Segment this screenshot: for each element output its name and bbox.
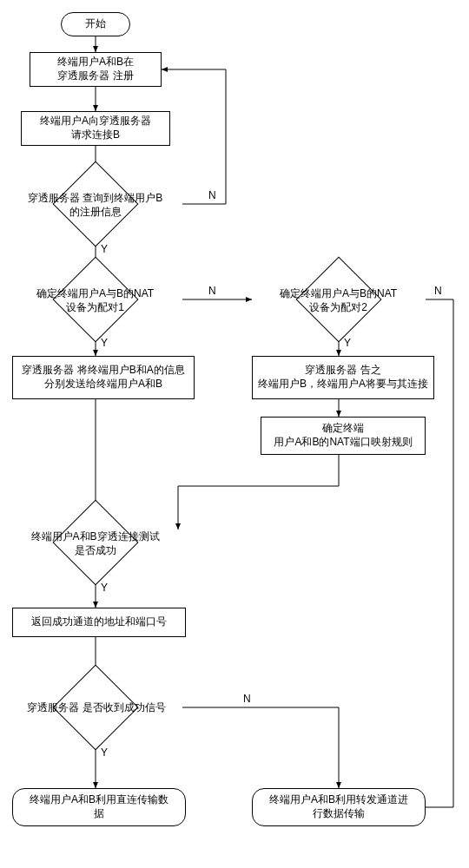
register-box: 终端用户A和B在 穿透服务器 注册 (30, 52, 162, 87)
direct-transfer-end: 终端用户A和B利用直连传输数 据 (12, 788, 186, 826)
recv-signal-text: 穿透服务器 是否收到成功信号 (27, 701, 165, 713)
return-addr-box: 返回成功通道的地址和端口号 (12, 608, 186, 637)
start-label: 开始 (85, 17, 106, 31)
notify-b-box: 穿透服务器 告之 终端用户B，终端用户A将要与其连接 (252, 356, 434, 399)
flowchart-canvas: 开始 终端用户A和B在 穿透服务器 注册 终端用户A向穿透服务器 请求连接B 穿… (0, 0, 469, 868)
recv-signal-decision: 穿透服务器 是否收到成功信号 (53, 665, 139, 751)
query-b-no: N (208, 189, 216, 201)
pair2-decision: 确定终端用户A与B的NAT 设备为配对2 (296, 257, 382, 343)
query-b-yes: Y (101, 243, 108, 255)
map-rule-text: 确定终端 用户A和B的NAT端口映射规则 (274, 422, 412, 449)
send-info-text: 穿透服务器 将终端用户B和A的信息 分别发送给终端用户A和B (22, 364, 184, 391)
pair1-no: N (208, 285, 216, 297)
test-success-text: 终端用户A和B穿透连接测试 是否成功 (31, 530, 160, 556)
request-connect-box: 终端用户A向穿透服务器 请求连接B (21, 111, 170, 146)
recv-signal-yes: Y (101, 746, 108, 759)
map-rule-box: 确定终端 用户A和B的NAT端口映射规则 (261, 417, 426, 455)
pair1-decision: 确定终端用户A与B的NAT 设备为配对1 (53, 257, 139, 343)
relay-transfer-end: 终端用户A和B利用转发通道进 行数据传输 (252, 788, 426, 826)
relay-transfer-text: 终端用户A和B利用转发通道进 行数据传输 (269, 793, 408, 820)
register-text: 终端用户A和B在 穿透服务器 注册 (57, 56, 134, 82)
request-connect-text: 终端用户A向穿透服务器 请求连接B (40, 115, 151, 141)
test-success-decision: 终端用户A和B穿透连接测试 是否成功 (53, 500, 139, 586)
query-b-decision: 穿透服务器 查询到终端用户B 的注册信息 (53, 161, 139, 247)
notify-b-text: 穿透服务器 告之 终端用户B，终端用户A将要与其连接 (258, 364, 428, 391)
test-success-yes: Y (101, 582, 108, 594)
pair2-text: 确定终端用户A与B的NAT 设备为配对2 (280, 287, 397, 313)
start-node: 开始 (61, 12, 130, 36)
return-addr-text: 返回成功通道的地址和端口号 (31, 615, 167, 629)
query-b-text: 穿透服务器 查询到终端用户B 的注册信息 (28, 192, 162, 218)
recv-signal-no: N (243, 693, 251, 705)
pair1-yes: Y (101, 337, 108, 349)
send-info-box: 穿透服务器 将终端用户B和A的信息 分别发送给终端用户A和B (12, 356, 195, 399)
pair1-text: 确定终端用户A与B的NAT 设备为配对1 (36, 287, 154, 313)
pair2-no: N (434, 285, 442, 297)
pair2-yes: Y (344, 337, 351, 349)
direct-transfer-text: 终端用户A和B利用直连传输数 据 (30, 793, 168, 820)
